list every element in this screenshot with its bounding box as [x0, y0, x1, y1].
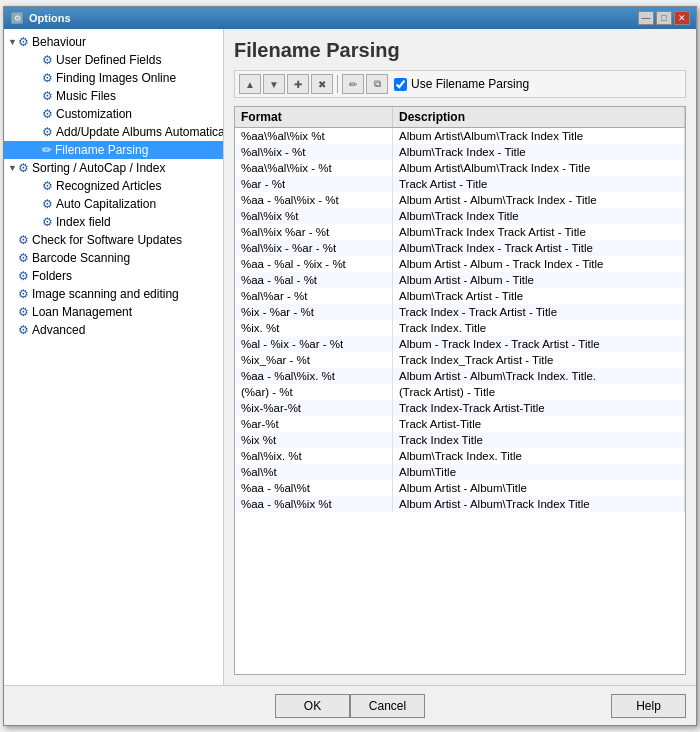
- gear-icon-advanced: ⚙: [18, 323, 29, 337]
- table-row[interactable]: %ar - %tTrack Artist - Title: [235, 176, 685, 192]
- table-row[interactable]: %al\%tAlbum\Title: [235, 464, 685, 480]
- format-cell: %aa\%al\%ix - %t: [235, 160, 392, 176]
- sidebar-item-label-music-files: Music Files: [56, 89, 116, 103]
- filename-parsing-table-container: Format Description %aa\%al\%ix %tAlbum A…: [234, 106, 686, 675]
- minimize-button[interactable]: —: [638, 11, 654, 25]
- sidebar-item-folders[interactable]: ⚙Folders: [4, 267, 223, 285]
- format-cell: %al\%ix %t: [235, 208, 392, 224]
- table-row[interactable]: %aa - %al\%ix %tAlbum Artist - Album\Tra…: [235, 496, 685, 512]
- format-cell: %ix_%ar - %t: [235, 352, 392, 368]
- description-cell: Album\Track Index Title: [392, 208, 684, 224]
- gear-icon-user-defined-fields: ⚙: [42, 53, 53, 67]
- table-row[interactable]: %aa - %al\%ix - %tAlbum Artist - Album\T…: [235, 192, 685, 208]
- description-cell: Album\Track Index. Title: [392, 448, 684, 464]
- toolbar-btn-4[interactable]: ✖: [311, 74, 333, 94]
- sidebar-item-customization[interactable]: ⚙Customization: [4, 105, 223, 123]
- sidebar-item-label-loan-management: Loan Management: [32, 305, 132, 319]
- table-body: %aa\%al\%ix %tAlbum Artist\Album\Track I…: [235, 128, 685, 513]
- description-cell: Album Artist - Album\Track Index. Title.: [392, 368, 684, 384]
- sidebar-item-music-files[interactable]: ⚙Music Files: [4, 87, 223, 105]
- toolbar-btn-2[interactable]: ▼: [263, 74, 285, 94]
- table-row[interactable]: %al\%ar - %tAlbum\Track Artist - Title: [235, 288, 685, 304]
- table-row[interactable]: (%ar) - %t(Track Artist) - Title: [235, 384, 685, 400]
- sidebar-item-auto-capitalization[interactable]: ⚙Auto Capitalization: [4, 195, 223, 213]
- table-row[interactable]: %al\%ix %tAlbum\Track Index Title: [235, 208, 685, 224]
- gear-icon-loan-management: ⚙: [18, 305, 29, 319]
- format-cell: %aa - %al\%ix %t: [235, 496, 392, 512]
- sidebar-item-barcode-scanning[interactable]: ⚙Barcode Scanning: [4, 249, 223, 267]
- toolbar-btn-5[interactable]: ✏: [342, 74, 364, 94]
- format-cell: %ix-%ar-%t: [235, 400, 392, 416]
- gear-icon-recognized-articles: ⚙: [42, 179, 53, 193]
- gear-icon-check-software-updates: ⚙: [18, 233, 29, 247]
- table-row[interactable]: %ar-%tTrack Artist-Title: [235, 416, 685, 432]
- gear-icon-behaviour: ⚙: [18, 35, 29, 49]
- table-row[interactable]: %al\%ix. %tAlbum\Track Index. Title: [235, 448, 685, 464]
- gear-icon-finding-images-online: ⚙: [42, 71, 53, 85]
- gear-icon-music-files: ⚙: [42, 89, 53, 103]
- format-cell: %aa - %al\%ix - %t: [235, 192, 392, 208]
- sidebar-item-finding-images-online[interactable]: ⚙Finding Images Online: [4, 69, 223, 87]
- cancel-button[interactable]: Cancel: [350, 694, 425, 718]
- ok-button[interactable]: OK: [275, 694, 350, 718]
- description-cell: Album Artist - Album - Title: [392, 272, 684, 288]
- table-row[interactable]: %aa - %al\%ix. %tAlbum Artist - Album\Tr…: [235, 368, 685, 384]
- window-icon: ⚙: [10, 11, 24, 25]
- sidebar-item-loan-management[interactable]: ⚙Loan Management: [4, 303, 223, 321]
- title-bar: ⚙ Options — □ ✕: [4, 7, 696, 29]
- sidebar-item-label-customization: Customization: [56, 107, 132, 121]
- gear-icon-add-update-albums: ⚙: [42, 125, 53, 139]
- table-row[interactable]: %al\%ix - %tAlbum\Track Index - Title: [235, 144, 685, 160]
- format-cell: %al\%ix %ar - %t: [235, 224, 392, 240]
- format-cell: %al\%ix - %ar - %t: [235, 240, 392, 256]
- toolbar-separator: [337, 75, 338, 93]
- table-row[interactable]: %ix. %tTrack Index. Title: [235, 320, 685, 336]
- table-row[interactable]: %aa - %al - %tAlbum Artist - Album - Tit…: [235, 272, 685, 288]
- table-row[interactable]: %al - %ix - %ar - %tAlbum - Track Index …: [235, 336, 685, 352]
- window-controls: — □ ✕: [638, 11, 690, 25]
- sidebar-item-sorting[interactable]: ▼⚙Sorting / AutoCap / Index: [4, 159, 223, 177]
- sidebar-item-add-update-albums[interactable]: ⚙Add/Update Albums Automatically: [4, 123, 223, 141]
- table-row[interactable]: %ix %tTrack Index Title: [235, 432, 685, 448]
- toolbar: ▲ ▼ ✚ ✖ ✏ ⧉ Use Filename Parsing: [234, 70, 686, 98]
- table-row[interactable]: %aa\%al\%ix - %tAlbum Artist\Album\Track…: [235, 160, 685, 176]
- table-row[interactable]: %ix_%ar - %tTrack Index_Track Artist - T…: [235, 352, 685, 368]
- toolbar-btn-6[interactable]: ⧉: [366, 74, 388, 94]
- sidebar-item-user-defined-fields[interactable]: ⚙User Defined Fields: [4, 51, 223, 69]
- sidebar-item-behaviour[interactable]: ▼⚙Behaviour: [4, 33, 223, 51]
- use-filename-parsing-label[interactable]: Use Filename Parsing: [411, 77, 529, 91]
- sidebar-item-check-software-updates[interactable]: ⚙Check for Software Updates: [4, 231, 223, 249]
- table-row[interactable]: %ix-%ar-%tTrack Index-Track Artist-Title: [235, 400, 685, 416]
- description-cell: Track Index - Track Artist - Title: [392, 304, 684, 320]
- options-window: ⚙ Options — □ ✕ ▼⚙Behaviour⚙User Defined…: [3, 6, 697, 726]
- sidebar: ▼⚙Behaviour⚙User Defined Fields⚙Finding …: [4, 29, 224, 685]
- table-header-row: Format Description: [235, 107, 685, 128]
- toolbar-btn-3[interactable]: ✚: [287, 74, 309, 94]
- sidebar-item-recognized-articles[interactable]: ⚙Recognized Articles: [4, 177, 223, 195]
- table-row[interactable]: %al\%ix - %ar - %tAlbum\Track Index - Tr…: [235, 240, 685, 256]
- close-button[interactable]: ✕: [674, 11, 690, 25]
- sidebar-item-filename-parsing[interactable]: ✏Filename Parsing: [4, 141, 223, 159]
- format-cell: %al\%ix. %t: [235, 448, 392, 464]
- gear-icon-sorting: ⚙: [18, 161, 29, 175]
- table-row[interactable]: %aa - %al - %ix - %tAlbum Artist - Album…: [235, 256, 685, 272]
- description-cell: Album Artist\Album\Track Index - Title: [392, 160, 684, 176]
- sidebar-item-index-field[interactable]: ⚙Index field: [4, 213, 223, 231]
- sidebar-item-image-scanning[interactable]: ⚙Image scanning and editing: [4, 285, 223, 303]
- description-cell: Track Index-Track Artist-Title: [392, 400, 684, 416]
- format-cell: %ix %t: [235, 432, 392, 448]
- help-button[interactable]: Help: [611, 694, 686, 718]
- use-filename-parsing-checkbox[interactable]: [394, 78, 407, 91]
- sidebar-item-advanced[interactable]: ⚙Advanced: [4, 321, 223, 339]
- sidebar-item-label-user-defined-fields: User Defined Fields: [56, 53, 161, 67]
- maximize-button[interactable]: □: [656, 11, 672, 25]
- format-cell: %aa - %al\%ix. %t: [235, 368, 392, 384]
- table-row[interactable]: %al\%ix %ar - %tAlbum\Track Index Track …: [235, 224, 685, 240]
- format-cell: %al\%ar - %t: [235, 288, 392, 304]
- toolbar-btn-1[interactable]: ▲: [239, 74, 261, 94]
- sidebar-item-label-auto-capitalization: Auto Capitalization: [56, 197, 156, 211]
- footer-wrapper: OK Cancel Help: [4, 686, 696, 725]
- table-row[interactable]: %aa - %al\%tAlbum Artist - Album\Title: [235, 480, 685, 496]
- table-row[interactable]: %aa\%al\%ix %tAlbum Artist\Album\Track I…: [235, 128, 685, 145]
- table-row[interactable]: %ix - %ar - %tTrack Index - Track Artist…: [235, 304, 685, 320]
